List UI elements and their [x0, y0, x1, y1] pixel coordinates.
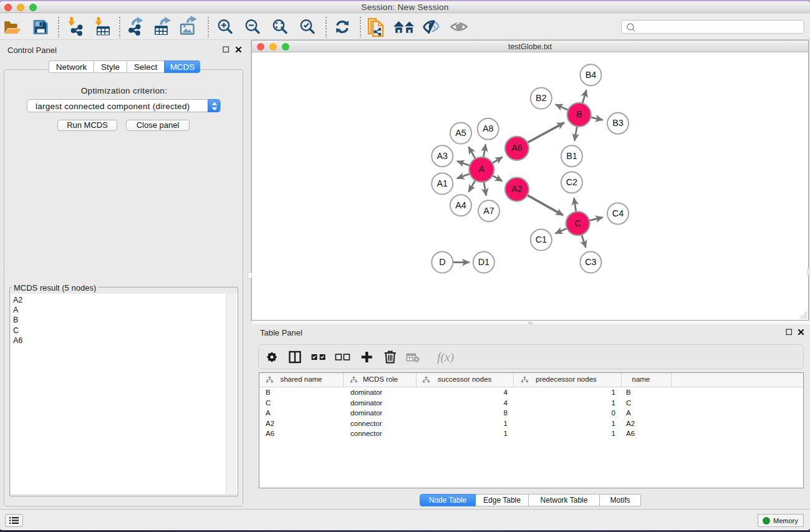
svg-text:A2: A2	[511, 184, 523, 194]
svg-text:A5: A5	[455, 128, 466, 138]
svg-text:B2: B2	[536, 93, 547, 103]
svg-text:A4: A4	[455, 200, 466, 210]
svg-text:A7: A7	[483, 206, 494, 216]
svg-text:B1: B1	[566, 151, 577, 161]
svg-text:f(x): f(x)	[437, 351, 454, 364]
svg-text:A1: A1	[437, 178, 448, 188]
svg-text:D: D	[439, 257, 445, 267]
svg-text:B3: B3	[612, 118, 624, 128]
svg-text:C4: C4	[612, 208, 624, 218]
svg-text:B4: B4	[586, 70, 597, 80]
svg-text:D1: D1	[478, 257, 489, 267]
svg-text:A3: A3	[437, 151, 448, 161]
svg-text:A8: A8	[483, 123, 494, 133]
svg-text:A6: A6	[511, 143, 523, 153]
svg-text:C: C	[574, 218, 581, 228]
svg-text:C3: C3	[585, 257, 596, 267]
svg-text:A: A	[479, 164, 485, 174]
svg-text:B: B	[576, 109, 582, 119]
svg-text:C2: C2	[566, 177, 577, 187]
svg-text:C1: C1	[536, 235, 547, 244]
